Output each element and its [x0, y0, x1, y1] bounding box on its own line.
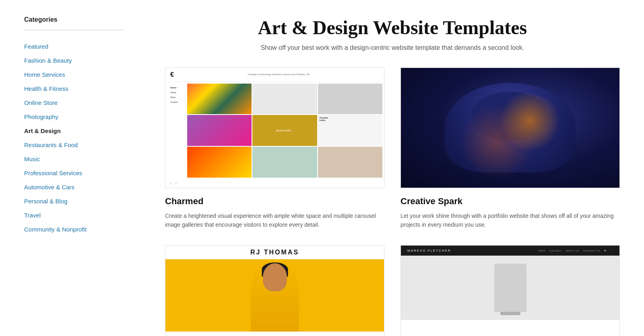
rjt-yellow [165, 259, 384, 332]
charmed-img-4 [187, 115, 252, 146]
templates-grid: € A design & technology freelancer based… [165, 68, 620, 336]
sidebar-nav-item-home-services[interactable]: Home Services [24, 68, 125, 81]
template-desc-creative-spark: Let your work shine through with a portf… [400, 211, 620, 229]
charmed-img-8 [252, 147, 317, 178]
template-preview-creative-spark[interactable]: HOME CONTACT CREATIVE SPARK PORTFOLIO [400, 68, 620, 188]
charmed-nav-about: About [170, 90, 186, 95]
sidebar-nav-item-community-nonprofit[interactable]: Community & Nonprofit [24, 223, 125, 236]
template-preview-rj-thomas[interactable]: RJ THOMAS [165, 245, 384, 336]
page-title: Art & Design Website Templates [165, 16, 620, 39]
rjt-person-figure [251, 259, 299, 332]
charmed-image-grid: BOKSTAVM... ChristinaLeithe [186, 82, 384, 179]
mf-nav: SHOP GALLERY ABOUT US CONTACT US 🔍 ♡ [538, 250, 613, 252]
template-card-rj-thomas: RJ THOMAS RJ Thomas [165, 245, 384, 336]
mf-product [494, 264, 526, 312]
mf-content [401, 256, 619, 320]
rjt-title: RJ THOMAS [250, 249, 299, 256]
sidebar-nav-item-photography[interactable]: Photography [24, 110, 125, 123]
sidebar-title: Categories [24, 16, 125, 23]
sidebar-nav-item-music[interactable]: Music [24, 152, 125, 166]
charmed-tagline: A design & technology freelancer based o… [179, 71, 379, 77]
sidebar-divider [24, 30, 125, 30]
template-name-charmed: Charmed [165, 196, 384, 207]
template-name-creative-spark: Creative Spark [400, 196, 620, 207]
charmed-nav: Home About Shop Contact [165, 82, 186, 179]
template-card-creative-spark: HOME CONTACT CREATIVE SPARK PORTFOLIO Cr… [400, 68, 620, 229]
template-preview-charmed[interactable]: € A design & technology freelancer based… [165, 68, 384, 188]
sidebar: Categories FeaturedFashion & BeautyHome … [0, 0, 141, 336]
charmed-nav-shop: Shop [170, 95, 186, 100]
page-header: Art & Design Website Templates Show off … [165, 16, 620, 51]
mf-logo: MARKUS FLETCHER [407, 249, 451, 252]
sidebar-nav-item-art-design[interactable]: Art & Design [24, 124, 125, 137]
template-preview-markus-fletcher[interactable]: MARKUS FLETCHER SHOP GALLERY ABOUT US CO… [400, 245, 620, 336]
charmed-logo: € [170, 71, 174, 78]
sidebar-nav-item-featured[interactable]: Featured [24, 40, 125, 53]
charmed-img-3 [318, 84, 382, 115]
cs-face [401, 68, 619, 188]
mf-header: MARKUS FLETCHER SHOP GALLERY ABOUT US CO… [401, 246, 619, 256]
charmed-img-1 [187, 84, 252, 115]
charmed-img-2 [252, 84, 317, 115]
rjt-head [263, 263, 287, 291]
charmed-bottom-icons: ○♡ [165, 179, 384, 188]
sidebar-nav-item-travel[interactable]: Travel [24, 209, 125, 222]
template-card-charmed: € A design & technology freelancer based… [165, 68, 384, 229]
template-desc-charmed: Create a heightened visual experience wi… [165, 211, 384, 229]
charmed-img-5: BOKSTAVM... [252, 115, 317, 146]
sidebar-nav: FeaturedFashion & BeautyHome ServicesHea… [24, 40, 125, 236]
cs-silhouette [445, 83, 576, 173]
sidebar-nav-item-personal-blog[interactable]: Personal & Blog [24, 195, 125, 208]
sidebar-nav-item-professional-services[interactable]: Professional Services [24, 166, 125, 180]
charmed-nav-home: Home [170, 85, 186, 90]
charmed-img-7 [187, 147, 252, 178]
sidebar-nav-item-fashion-beauty[interactable]: Fashion & Beauty [24, 54, 125, 67]
main-content: Art & Design Website Templates Show off … [141, 0, 644, 336]
charmed-nav-contact: Contact [170, 100, 186, 104]
sidebar-nav-item-automotive-cars[interactable]: Automotive & Cars [24, 180, 125, 194]
charmed-img-9 [318, 147, 382, 178]
page-subtitle: Show off your best work with a design-ce… [165, 44, 620, 51]
sidebar-nav-item-online-store[interactable]: Online Store [24, 96, 125, 109]
rjt-header: RJ THOMAS [165, 246, 384, 259]
template-card-markus-fletcher: MARKUS FLETCHER SHOP GALLERY ABOUT US CO… [400, 245, 620, 336]
sidebar-nav-item-health-fitness[interactable]: Health & Fitness [24, 82, 125, 95]
charmed-img-6: ChristinaLeithe [318, 115, 382, 146]
sidebar-nav-item-restaurants-food[interactable]: Restaurants & Food [24, 138, 125, 152]
